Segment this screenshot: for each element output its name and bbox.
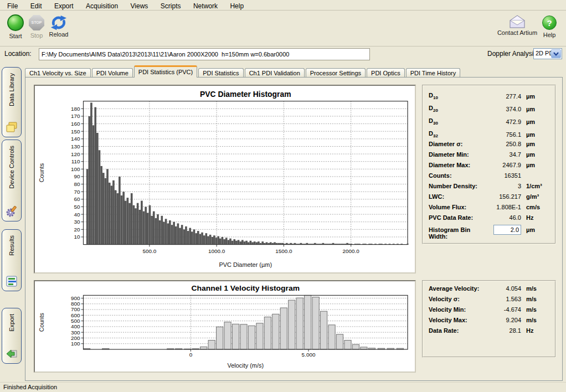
help-icon: ? [542, 16, 557, 30]
stat-unit: µm [521, 226, 549, 233]
stat-row: Number Density:31/cm³ [429, 183, 549, 193]
svg-text:140: 140 [71, 136, 80, 142]
menu-network[interactable]: Network [188, 1, 223, 12]
svg-text:PVC Diameter (µm): PVC Diameter (µm) [219, 261, 272, 268]
menu-scripts[interactable]: Scripts [156, 1, 186, 12]
reload-button[interactable]: Reload [47, 14, 71, 38]
svg-text:Counts: Counts [38, 313, 45, 332]
stat-row: Histogram Bin Width:µm [429, 225, 549, 235]
stat-row: Counts:16351 [429, 172, 549, 183]
folders-icon [5, 121, 18, 134]
stat-value: 756.1 [487, 131, 521, 138]
location-bar: Location: Doppler Analysis: 2D PDI [0, 47, 566, 61]
sidebar-item-data-library[interactable]: Data Library [2, 67, 22, 137]
svg-text:100: 100 [71, 166, 80, 172]
stat-unit: m/s [521, 317, 549, 323]
svg-text:160: 160 [71, 121, 80, 127]
gear-icon [5, 205, 18, 218]
stat-value: 3 [487, 183, 521, 189]
stat-row: Data Rate:28.1Hz [429, 327, 549, 338]
stat-row: PVC Data Rate:46.0Hz [429, 214, 549, 225]
doppler-analysis-select[interactable]: 2D PDI [533, 48, 562, 59]
stat-row: Velocity σ:1.563m/s [429, 296, 549, 306]
stat-label: LWC: [429, 193, 487, 200]
stat-value: 250.8 [487, 141, 521, 147]
sidebar-item-device-controls[interactable]: Device Controls [2, 140, 22, 221]
histogram-bin-width-input[interactable] [493, 225, 521, 235]
tab-strip: Ch1 Velocity vs. SizePDI VolumePDI Stati… [25, 65, 461, 77]
svg-text:80: 80 [74, 181, 80, 187]
toolbar: Start STOP Stop Reload Contact Artium ? … [0, 11, 566, 47]
stat-unit: 1/cm³ [521, 183, 549, 189]
start-button[interactable]: Start [4, 14, 27, 39]
stat-unit: µm [521, 93, 549, 100]
sidebar-item-export[interactable]: Export [2, 308, 22, 364]
stat-row: Diameter σ:250.8µm [429, 141, 549, 151]
menu-export[interactable]: Export [49, 1, 79, 12]
menu-views[interactable]: Views [126, 1, 153, 12]
reload-label: Reload [47, 31, 71, 38]
svg-text:20: 20 [74, 226, 80, 233]
stat-label: Diameter σ: [429, 141, 487, 147]
svg-text:90: 90 [74, 173, 80, 179]
svg-text:200: 200 [71, 335, 80, 341]
velocity-histogram-chart: 10020030040050060070080090005.000Channel… [35, 281, 415, 372]
stat-label: Velocity Max: [429, 317, 487, 323]
device-controls-label: Device Controls [8, 146, 15, 189]
stat-value: 156.217 [487, 193, 521, 200]
stat-label: Diameter Max: [429, 162, 487, 168]
stat-row: Volume Flux:1.808E-1cm/s [429, 204, 549, 214]
menu-bar: File Edit Export Acquisition Views Scrip… [0, 0, 566, 11]
status-bar: Finished Acquisition [0, 382, 566, 392]
stat-label: D30 [429, 117, 487, 126]
stat-label: D32 [429, 130, 487, 138]
stat-value: 2467.9 [487, 162, 521, 168]
svg-text:800: 800 [71, 301, 80, 307]
stat-row: Velocity Max:9.204m/s [429, 317, 549, 327]
stat-value: 4.054 [487, 285, 521, 292]
svg-text:150: 150 [71, 128, 80, 135]
start-label: Start [4, 33, 27, 39]
svg-text:1000.0: 1000.0 [208, 248, 225, 254]
stat-unit: µm [521, 131, 549, 138]
start-icon [7, 14, 24, 31]
pvc-diameter-histogram-panel: 1020304050607080901001101201301401501601… [34, 85, 416, 274]
menu-help[interactable]: Help [225, 1, 249, 12]
stat-row: Velocity Min:-4.674m/s [429, 306, 549, 317]
stat-label: Volume Flux: [429, 204, 487, 210]
stat-label: D20 [429, 105, 487, 113]
stat-unit: m/s [521, 296, 549, 302]
svg-text:50: 50 [74, 204, 80, 210]
svg-text:170: 170 [71, 113, 80, 119]
tab-pdi-statistics-pvc-[interactable]: PDI Statistics (PVC) [134, 65, 197, 78]
stat-value: 1.808E-1 [487, 204, 521, 210]
stat-unit: Hz [521, 327, 549, 334]
svg-text:300: 300 [71, 329, 80, 336]
stat-value: -4.674 [487, 306, 521, 313]
stop-button[interactable]: STOP Stop [27, 14, 47, 39]
stat-label: Average Velocity: [429, 285, 487, 292]
stat-value [487, 225, 521, 235]
svg-text:Channel 1 Velocity Histogram: Channel 1 Velocity Histogram [192, 284, 300, 292]
contact-artium-button[interactable]: Contact Artium [496, 14, 538, 36]
menu-acquisition[interactable]: Acquisition [81, 1, 123, 12]
stat-value: 28.1 [487, 327, 521, 334]
sidebar-item-results[interactable]: Results [2, 229, 22, 291]
help-button[interactable]: ? Help [539, 14, 559, 38]
svg-text:30: 30 [74, 219, 80, 225]
location-input[interactable] [39, 48, 370, 60]
stat-unit: g/m³ [521, 193, 549, 200]
stat-unit: m/s [521, 285, 549, 292]
chevron-down-icon[interactable] [551, 49, 561, 58]
svg-text:PVC Diameter Histogram: PVC Diameter Histogram [200, 90, 291, 99]
svg-text:10: 10 [74, 234, 80, 240]
menu-file[interactable]: File [2, 1, 23, 12]
stat-value: 34.7 [487, 151, 521, 158]
svg-text:600: 600 [71, 312, 80, 318]
stat-label: Histogram Bin Width: [429, 226, 487, 240]
menu-edit[interactable]: Edit [25, 1, 47, 12]
svg-text:0: 0 [189, 352, 193, 358]
stat-unit: µm [521, 162, 549, 168]
svg-text:Velocity (m/s): Velocity (m/s) [227, 362, 264, 369]
stat-unit: Hz [521, 214, 549, 221]
